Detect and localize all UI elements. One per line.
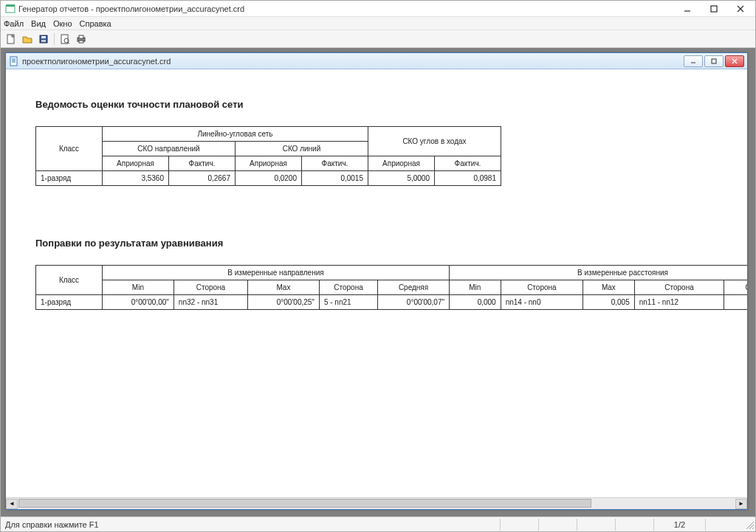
c2-s-max-side: nn11 - nn12: [634, 295, 724, 310]
th2-s-max-side: Сторона: [634, 280, 724, 295]
th2-d-avg: Средняя: [378, 280, 450, 295]
c2-d-avg: 0°00'00,07": [378, 295, 450, 310]
th2-d-min-side: Сторона: [173, 280, 247, 295]
scroll-thumb[interactable]: [18, 499, 591, 508]
th-ang-fact: Фактич.: [435, 156, 501, 171]
menu-window[interactable]: Окно: [53, 19, 72, 28]
document-titlebar: проектполигонометрии_accuracynet.crd: [6, 53, 747, 69]
c2-d-min-side: nn32 - nn31: [173, 295, 247, 310]
cell-dir-apr: 3,5360: [103, 171, 169, 186]
cell-ang-apr: 5,0000: [368, 171, 435, 186]
mdi-area: проектполигонометрии_accuracynet.crd Вед…: [1, 48, 755, 517]
new-button[interactable]: [4, 32, 18, 46]
status-pane-2: [538, 519, 575, 531]
th-dir-fact: Фактич.: [169, 156, 236, 171]
open-button[interactable]: [20, 32, 35, 46]
status-pane-4: [615, 519, 652, 531]
menu-help[interactable]: Справка: [80, 19, 111, 28]
status-help-text: Для справки нажмите F1: [1, 520, 500, 529]
th2-s-min: Min: [450, 280, 501, 295]
svg-rect-0: [6, 6, 15, 13]
status-pane-3: [577, 519, 614, 531]
cell-lin-apr: 0,0200: [236, 171, 302, 186]
th2-class: Класс: [36, 266, 103, 295]
th-linangnet: Линейно-угловая сеть: [103, 127, 368, 142]
document-icon: [9, 56, 19, 66]
document-title: проектполигонометрии_accuracynet.crd: [22, 57, 171, 66]
th2-dirs: В измеренные направления: [103, 266, 450, 280]
status-pane-1: [500, 519, 537, 531]
th2-s-max: Max: [583, 280, 635, 295]
maximize-button[interactable]: [701, 1, 727, 16]
save-button[interactable]: [36, 32, 51, 46]
th-dir-apr: Априорная: [103, 156, 169, 171]
doc-close-button[interactable]: [725, 55, 744, 67]
menu-file[interactable]: Файл: [4, 19, 24, 28]
cell-lin-fact: 0,0015: [302, 171, 368, 186]
svg-rect-3: [711, 6, 717, 12]
c2-s-min: 0,000: [450, 295, 501, 310]
c2-d-max-side: 5 - nn21: [319, 295, 377, 310]
svg-rect-15: [79, 41, 83, 43]
svg-rect-9: [41, 40, 46, 42]
c2-s-min-side: nn14 - nn0: [501, 295, 583, 310]
app-icon: [5, 4, 16, 14]
status-pane-5: [705, 519, 742, 531]
menubar: Файл Вид Окно Справка: [1, 17, 755, 30]
th-lin-apr: Априорная: [236, 156, 302, 171]
c2-s-avg: 0,001: [724, 295, 747, 310]
app-title: Генератор отчетов - проектполигонометрии…: [18, 4, 244, 13]
svg-rect-14: [79, 35, 83, 38]
svg-rect-16: [10, 57, 17, 66]
c2-d-max: 0°00'00,25": [248, 295, 320, 310]
table-row: 1-разряд 3,5360 0,2667 0,0200 0,0015 5,0…: [36, 171, 501, 186]
scroll-track[interactable]: [18, 499, 735, 509]
scroll-right-button[interactable]: ►: [735, 499, 747, 509]
svg-rect-8: [41, 36, 46, 38]
th2-d-max: Max: [248, 280, 320, 295]
c2-class: 1-разряд: [36, 295, 103, 310]
th2-dists: В измеренные расстояния: [450, 266, 748, 280]
cell-dir-fact: 0,2667: [169, 171, 236, 186]
th2-d-max-side: Сторона: [319, 280, 377, 295]
section2-title: Поправки по результатам уравнивания: [35, 238, 747, 249]
accuracy-table: Класс Линейно-угловая сеть СКО углов в х…: [35, 126, 501, 186]
th2-d-min: Min: [103, 280, 174, 295]
doc-horizontal-scrollbar[interactable]: ◄ ►: [6, 497, 747, 509]
svg-line-26: [752, 528, 754, 529]
toolbar: [1, 30, 755, 48]
c2-s-max: 0,005: [583, 295, 635, 310]
svg-rect-1: [6, 4, 15, 7]
resize-grip[interactable]: [743, 519, 755, 531]
minimize-button[interactable]: [674, 1, 701, 16]
cell-ang-fact: 0,0981: [435, 171, 501, 186]
th-skoug: СКО углов в ходах: [368, 127, 501, 156]
table-row: 1-разряд 0°00'00,00" nn32 - nn31 0°00'00…: [36, 295, 748, 310]
scroll-left-button[interactable]: ◄: [6, 499, 18, 509]
close-button[interactable]: [727, 1, 754, 16]
corrections-table: Класс В измеренные направления В измерен…: [35, 265, 747, 310]
report-content: Ведомость оценки точности плановой сети …: [6, 69, 747, 325]
th-lin-fact: Фактич.: [302, 156, 368, 171]
main-window: Генератор отчетов - проектполигонометрии…: [0, 0, 756, 532]
th-class: Класс: [36, 127, 103, 171]
menu-view[interactable]: Вид: [31, 19, 46, 28]
th2-s-min-side: Сторона: [501, 280, 583, 295]
doc-minimize-button[interactable]: [684, 55, 703, 67]
preview-button[interactable]: [58, 32, 72, 46]
th-skolin: СКО линий: [236, 142, 368, 156]
cell-class: 1-разряд: [36, 171, 103, 186]
doc-maximize-button[interactable]: [704, 55, 724, 67]
main-titlebar: Генератор отчетов - проектполигонометрии…: [1, 1, 755, 17]
document-body[interactable]: Ведомость оценки точности плановой сети …: [6, 69, 747, 497]
c2-d-min: 0°00'00,00": [103, 295, 174, 310]
document-window: проектполигонометрии_accuracynet.crd Вед…: [5, 52, 748, 510]
th2-s-avg: Средняя: [724, 280, 747, 295]
status-page: 1/2: [653, 519, 705, 531]
th-ang-apr: Априорная: [368, 156, 435, 171]
section1-title: Ведомость оценки точности плановой сети: [35, 99, 747, 110]
svg-rect-21: [712, 59, 716, 63]
print-button[interactable]: [74, 32, 89, 46]
th-skodir: СКО направлений: [103, 142, 236, 156]
statusbar: Для справки нажмите F1 1/2: [1, 517, 755, 531]
